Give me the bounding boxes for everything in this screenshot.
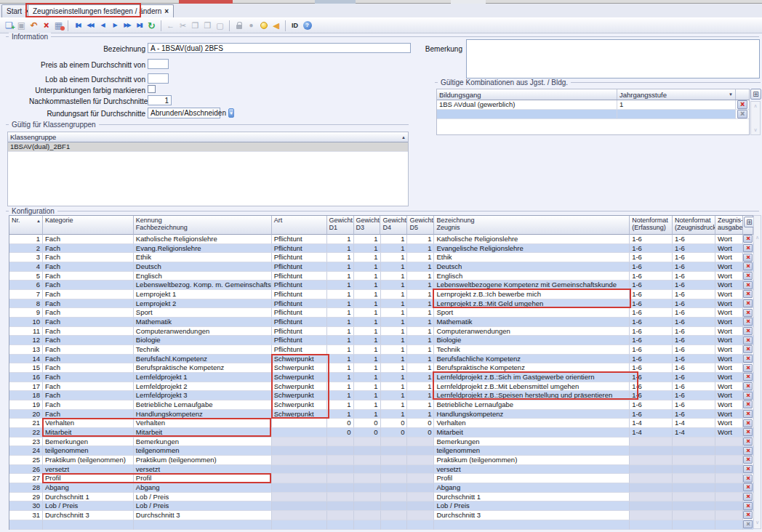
- table-cell[interactable]: [715, 493, 743, 502]
- table-cell[interactable]: [715, 511, 743, 520]
- table-cell[interactable]: 1: [354, 391, 381, 400]
- table-cell[interactable]: 1: [381, 327, 408, 336]
- table-cell[interactable]: Fach: [43, 272, 134, 281]
- table-cell[interactable]: Lernfeldprojekt 1: [134, 373, 272, 382]
- tab-close-icon[interactable]: ×: [164, 8, 169, 15]
- table-cell[interactable]: Lernfeldprojekt z.B.:Sich im Gastgewerbe…: [434, 373, 630, 382]
- table-cell[interactable]: Fach: [43, 235, 134, 244]
- table-cell[interactable]: Evangelische Religionslehre: [434, 244, 630, 254]
- nav-first-button[interactable]: ▮◀: [71, 19, 84, 32]
- table-cell[interactable]: Fach: [43, 363, 134, 373]
- table-cell[interactable]: 1: [381, 355, 408, 364]
- edit-grid-button[interactable]: ▦: [52, 19, 65, 32]
- table-cell[interactable]: Wort: [715, 410, 743, 419]
- table-cell[interactable]: [354, 493, 381, 502]
- table-cell[interactable]: Abgang: [134, 483, 272, 493]
- table-cell[interactable]: Fach: [43, 244, 134, 254]
- table-cell[interactable]: [715, 501, 743, 511]
- table-cell[interactable]: [407, 520, 434, 530]
- table-cell[interactable]: [354, 438, 381, 447]
- table-cell[interactable]: 1: [327, 308, 354, 318]
- table-cell[interactable]: Fach: [43, 355, 134, 364]
- table-cell[interactable]: 1-6: [630, 400, 673, 410]
- table-cell[interactable]: [630, 511, 673, 520]
- table-cell[interactable]: [272, 474, 327, 483]
- table-cell[interactable]: 1-6: [673, 262, 715, 272]
- table-cell[interactable]: 1-6: [673, 318, 715, 327]
- delete-row-button[interactable]: ×: [737, 100, 747, 109]
- column-header-zeugnis-[interactable]: Zeugnis- ausgabe: [715, 216, 743, 235]
- table-cell[interactable]: 1: [407, 363, 434, 373]
- id-button[interactable]: ID: [289, 19, 301, 32]
- table-cell[interactable]: [381, 493, 408, 502]
- table-cell[interactable]: Wort: [715, 235, 743, 244]
- table-cell[interactable]: Pflichtunt: [272, 235, 327, 244]
- table-cell[interactable]: 1: [327, 327, 354, 336]
- scroll-up-icon[interactable]: ∧: [751, 103, 760, 109]
- delete-row-button[interactable]: ×: [743, 428, 753, 436]
- table-cell[interactable]: 1-6: [630, 410, 673, 419]
- table-row[interactable]: 16FachLernfeldprojekt 1Schwerpunkt1111Le…: [9, 373, 753, 382]
- back-arrow-button[interactable]: ←: [164, 19, 177, 32]
- table-cell[interactable]: [381, 520, 408, 530]
- table-cell[interactable]: teilgenommen: [134, 446, 272, 456]
- table-row[interactable]: 17FachLernfeldprojekt 2Schwerpunkt1111Le…: [9, 382, 753, 392]
- table-cell[interactable]: versetzt: [134, 465, 272, 475]
- table-row[interactable]: 3FachEthikPflichtunt1111Ethik1-61-6Wort×: [9, 253, 753, 262]
- delete-row-button[interactable]: ×: [743, 447, 753, 455]
- table-cell[interactable]: Verhalten: [434, 419, 630, 428]
- bemerkung-textarea[interactable]: [466, 39, 760, 78]
- table-cell[interactable]: 1-6: [630, 244, 673, 254]
- lock-button[interactable]: [233, 19, 245, 32]
- nachkommastellen-input[interactable]: [148, 95, 172, 105]
- table-cell[interactable]: Wort: [715, 253, 743, 262]
- table-cell[interactable]: [327, 501, 354, 511]
- table-cell[interactable]: [407, 483, 434, 493]
- select-button[interactable]: ▢: [214, 19, 226, 32]
- table-cell[interactable]: 1: [407, 299, 434, 309]
- table-cell[interactable]: Pflichtunt: [272, 327, 327, 336]
- table-cell[interactable]: Fach: [43, 382, 134, 392]
- table-cell[interactable]: 19: [9, 400, 43, 410]
- table-cell[interactable]: Wort: [715, 318, 743, 327]
- table-cell[interactable]: [673, 520, 715, 530]
- table-cell[interactable]: Pflichtunt: [272, 318, 327, 327]
- help-button[interactable]: ?: [301, 19, 313, 32]
- table-row[interactable]: 26versetztversetztversetzt×: [9, 465, 753, 475]
- nav-prev-button[interactable]: ◀: [96, 19, 108, 32]
- table-cell[interactable]: 1-6: [630, 363, 673, 373]
- table-cell[interactable]: 9: [9, 308, 43, 318]
- table-cell[interactable]: Wort: [715, 336, 743, 345]
- delete-row-button[interactable]: ×: [743, 355, 753, 363]
- delete-row-button[interactable]: ×: [743, 438, 753, 446]
- table-cell[interactable]: [272, 419, 327, 428]
- table-cell[interactable]: 1: [381, 336, 408, 345]
- table-row[interactable]: 10FachMathematikPflichtunt1111Mathematik…: [9, 318, 753, 327]
- table-cell[interactable]: 0: [327, 428, 354, 438]
- table-cell[interactable]: Schwerpunkt: [272, 363, 327, 373]
- table-cell[interactable]: Pflichtunt: [272, 336, 327, 345]
- column-header-jahrgangsstufe[interactable]: Jahrgangsstufe ▼: [617, 89, 736, 100]
- delete-row-button[interactable]: ×: [743, 290, 753, 298]
- table-cell[interactable]: [381, 465, 408, 475]
- delete-row-button[interactable]: ×: [743, 262, 753, 270]
- table-cell[interactable]: 1-6: [673, 400, 715, 410]
- table-cell[interactable]: 1: [407, 336, 434, 345]
- delete-row-button[interactable]: ×: [743, 254, 753, 262]
- table-cell[interactable]: [673, 446, 715, 456]
- column-header-bildungsgang[interactable]: Bildungsgang: [437, 89, 617, 100]
- table-cell[interactable]: 1: [381, 410, 408, 419]
- table-cell[interactable]: 1: [327, 391, 354, 400]
- table-cell[interactable]: 26: [9, 465, 43, 475]
- table-cell[interactable]: Fach: [43, 299, 134, 309]
- table-cell[interactable]: 1-6: [673, 272, 715, 281]
- table-cell[interactable]: 1: [327, 290, 354, 299]
- table-cell[interactable]: 1-4: [673, 419, 715, 428]
- delete-row-button[interactable]: ×: [743, 410, 753, 418]
- table-cell[interactable]: [354, 456, 381, 465]
- table-cell[interactable]: 1-6: [630, 391, 673, 400]
- table-cell[interactable]: Fach: [43, 253, 134, 262]
- table-cell[interactable]: Lernfeldprojekt 2: [134, 382, 272, 392]
- table-cell[interactable]: [407, 511, 434, 520]
- column-header-kennung[interactable]: Kennung Fachbezeichnung: [134, 216, 272, 235]
